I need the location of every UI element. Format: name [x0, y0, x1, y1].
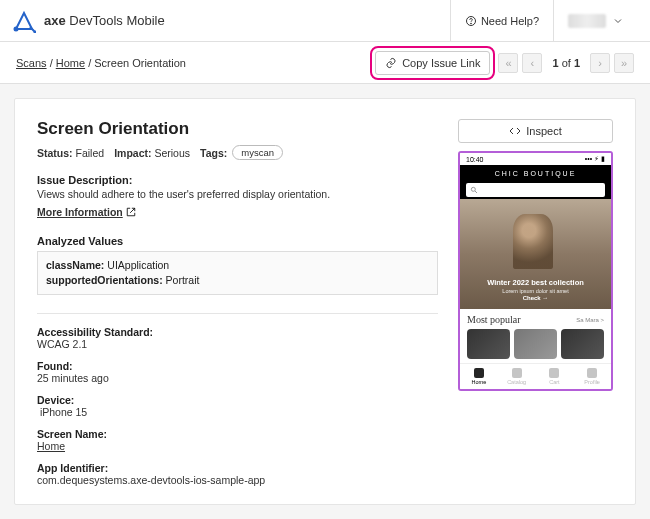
issue-details-column: Screen Orientation Status: Failed Impact… [37, 119, 438, 484]
phone-tab-home: Home [460, 364, 498, 389]
svg-point-1 [14, 26, 19, 31]
inspect-label: Inspect [526, 125, 561, 137]
issue-description-text: Views should adhere to the user's prefer… [37, 188, 438, 200]
breadcrumb-home[interactable]: Home [56, 57, 85, 69]
phone-product-cards [460, 327, 611, 361]
phone-tab-cart: Cart [536, 364, 574, 389]
svg-point-6 [471, 187, 475, 191]
phone-section-header: Most popular Sa Mara > [460, 309, 611, 327]
svg-line-7 [475, 191, 477, 193]
kv-screen-name: Screen Name: Home [37, 428, 438, 452]
top-bar: axe DevTools Mobile Need Help? [0, 0, 650, 42]
help-icon [465, 15, 477, 27]
issue-meta-row: Status: Failed Impact: Serious Tags: mys… [37, 145, 438, 160]
svg-marker-0 [16, 13, 32, 29]
svg-point-5 [471, 23, 472, 24]
copy-issue-link-label: Copy Issue Link [402, 57, 480, 69]
top-right: Need Help? [450, 0, 638, 42]
kv-accessibility-standard: Accessibility Standard: WCAG 2.1 [37, 326, 438, 350]
tag-chip: myscan [232, 145, 283, 160]
brand-area: axe DevTools Mobile [12, 9, 450, 33]
phone-search-input [466, 183, 605, 197]
issue-description-label: Issue Description: [37, 174, 438, 186]
impact-value: Serious [154, 147, 190, 159]
pager-next-button[interactable]: › [590, 53, 610, 73]
pager-info: 1 of 1 [546, 57, 586, 69]
sub-bar: Scans / Home / Screen Orientation Copy I… [0, 42, 650, 84]
phone-tab-profile: Profile [573, 364, 611, 389]
pager-first-button[interactable]: « [498, 53, 518, 73]
page-body: Screen Orientation Status: Failed Impact… [0, 84, 650, 519]
phone-search-bar [460, 181, 611, 199]
phone-card [514, 329, 557, 359]
inspect-button[interactable]: Inspect [458, 119, 613, 143]
phone-tab-catalog: Catalog [498, 364, 536, 389]
phone-app-header: CHIC BOUTIQUE [460, 165, 611, 181]
pager: « ‹ 1 of 1 › » [498, 53, 634, 73]
analyzed-values-section: Analyzed Values className: UIApplication… [37, 235, 438, 295]
issue-card: Screen Orientation Status: Failed Impact… [14, 98, 636, 505]
status-value: Failed [76, 147, 105, 159]
axe-logo-icon [12, 9, 36, 33]
status-icons: ••• ⚡︎ ▮ [585, 155, 605, 163]
preview-column: Inspect 10:40 ••• ⚡︎ ▮ CHIC BOUTIQUE Win… [458, 119, 613, 484]
kv-found: Found: 25 minutes ago [37, 360, 438, 384]
divider [37, 313, 438, 314]
kv-device: Device: iPhone 15 [37, 394, 438, 418]
analyzed-values-label: Analyzed Values [37, 235, 438, 247]
need-help-label: Need Help? [481, 15, 539, 27]
phone-card [561, 329, 604, 359]
issue-title: Screen Orientation [37, 119, 438, 139]
user-name-obscured [568, 14, 606, 28]
breadcrumb: Scans / Home / Screen Orientation [16, 57, 367, 69]
code-icon [509, 125, 521, 137]
user-menu[interactable] [553, 0, 638, 42]
chevron-down-icon [612, 15, 624, 27]
kv-app-identifier: App Identifier: com.dequesystems.axe-dev… [37, 462, 438, 486]
external-link-icon [126, 207, 136, 217]
brand-text: axe DevTools Mobile [44, 13, 165, 28]
pager-last-button[interactable]: » [614, 53, 634, 73]
analyzed-values-box: className: UIApplication supportedOrient… [37, 251, 438, 295]
copy-issue-link-button[interactable]: Copy Issue Link [375, 51, 490, 75]
pager-prev-button[interactable]: ‹ [522, 53, 542, 73]
more-information-link[interactable]: More Information [37, 206, 136, 218]
phone-hero: Winter 2022 best collection Lorem ipsum … [460, 199, 611, 309]
phone-screenshot: 10:40 ••• ⚡︎ ▮ CHIC BOUTIQUE Winter 2022… [458, 151, 613, 391]
breadcrumb-current: Screen Orientation [94, 57, 186, 69]
phone-card [467, 329, 510, 359]
link-icon [385, 57, 397, 69]
search-icon [470, 186, 478, 194]
phone-status-bar: 10:40 ••• ⚡︎ ▮ [460, 153, 611, 165]
need-help-link[interactable]: Need Help? [450, 0, 553, 42]
phone-tab-bar: Home Catalog Cart Profile [460, 363, 611, 389]
breadcrumb-scans[interactable]: Scans [16, 57, 47, 69]
